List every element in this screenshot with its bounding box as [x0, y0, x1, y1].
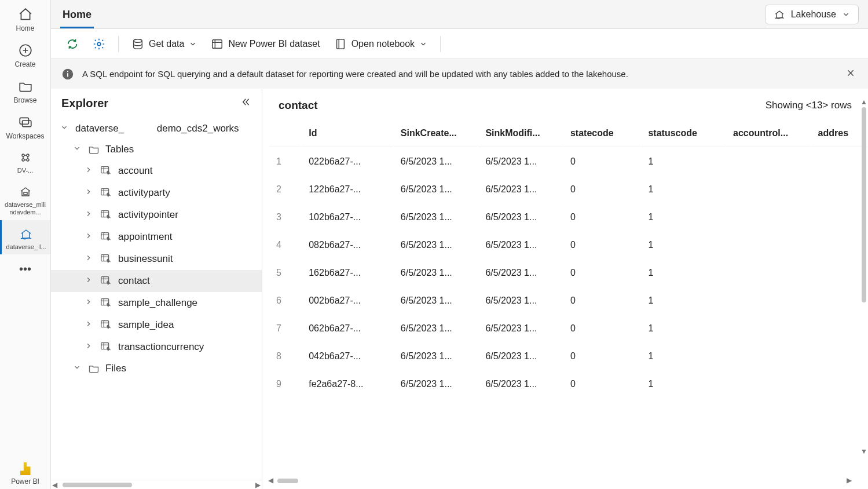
cell: 6/5/2023 1...	[478, 371, 562, 397]
tree-table-sample_challenge[interactable]: sample_challenge	[51, 292, 262, 314]
svg-rect-10	[213, 39, 222, 48]
table-row[interactable]: 2122b6a27-...6/5/2023 1...6/5/2023 1...0…	[269, 176, 867, 203]
open-notebook-button[interactable]: Open notebook	[328, 34, 433, 54]
cell	[811, 204, 867, 231]
nav-powerbi-label: Power BI	[11, 477, 39, 486]
main-area: Home Lakehouse Get data New Power BI dat…	[51, 0, 868, 489]
data-panel: contact Showing <13> rows IdSinkCreate..…	[262, 89, 868, 489]
table-icon	[100, 341, 112, 353]
refresh-button[interactable]	[60, 34, 85, 54]
table-row[interactable]: 3102b6a27-...6/5/2023 1...6/5/2023 1...0…	[269, 204, 867, 231]
tree-table-businessunit[interactable]: businessunit	[51, 248, 262, 270]
table-row[interactable]: 1022b6a27-...6/5/2023 1...6/5/2023 1...0…	[269, 148, 867, 175]
cell: 0	[563, 204, 640, 231]
nav-recent-1[interactable]: DV-...	[0, 144, 50, 178]
table-row[interactable]: 6002b6a27-...6/5/2023 1...6/5/2023 1...0…	[269, 287, 867, 314]
explorer-collapse[interactable]	[241, 97, 251, 110]
info-bar-text: A SQL endpoint for SQL querying and a de…	[82, 69, 628, 79]
database-icon	[131, 38, 144, 50]
cell: 0	[563, 148, 640, 175]
explorer-hscroll[interactable]: ◀ ▶	[51, 480, 262, 489]
table-row[interactable]: 9fe2a6a27-8...6/5/2023 1...6/5/2023 1...…	[269, 371, 867, 397]
content-row: Explorer dataverse_ demo_cds2_works	[51, 89, 868, 489]
col-header[interactable]: SinkModifi...	[478, 120, 562, 147]
folder-icon	[18, 79, 33, 94]
tree-tables[interactable]: Tables	[51, 139, 262, 160]
explorer-header: Explorer	[51, 89, 262, 118]
col-header[interactable]: Id	[302, 120, 393, 147]
grid-vscroll-thumb[interactable]	[862, 107, 866, 302]
cell: 6/5/2023 1...	[478, 287, 562, 314]
nav-recent-1-label: DV-...	[17, 167, 34, 174]
row-number: 6	[269, 287, 301, 314]
get-data-button[interactable]: Get data	[126, 34, 203, 54]
row-number: 7	[269, 315, 301, 342]
nav-more[interactable]: •••	[19, 254, 31, 284]
nav-home[interactable]: Home	[0, 0, 50, 36]
cell: 1	[641, 204, 725, 231]
lakehouse-switcher[interactable]: Lakehouse	[765, 5, 859, 24]
tree-files[interactable]: Files	[51, 358, 262, 379]
table-row[interactable]: 7062b6a27-...6/5/2023 1...6/5/2023 1...0…	[269, 315, 867, 342]
toolbar: Get data New Power BI dataset Open noteb…	[51, 29, 868, 59]
table-row[interactable]: 4082b6a27-...6/5/2023 1...6/5/2023 1...0…	[269, 232, 867, 258]
svg-point-8	[97, 42, 101, 46]
settings-button[interactable]	[87, 34, 111, 54]
grid-vscroll[interactable]: ▲ ▼	[861, 99, 867, 454]
cell	[811, 315, 867, 342]
tree-table-label: sample_idea	[118, 319, 174, 331]
tab-home[interactable]: Home	[60, 4, 94, 28]
nav-create[interactable]: Create	[0, 36, 50, 72]
tree-table-activitypointer[interactable]: activitypointer	[51, 204, 262, 226]
data-header: contact Showing <13> rows	[262, 89, 868, 119]
table-row[interactable]: 8042b6a27-...6/5/2023 1...6/5/2023 1...0…	[269, 343, 867, 370]
chevron-right-icon	[83, 165, 94, 177]
tree-table-label: businessunit	[118, 253, 173, 265]
svg-rect-14	[67, 71, 68, 72]
tree-table-activityparty[interactable]: activityparty	[51, 182, 262, 204]
tree-table-sample_idea[interactable]: sample_idea	[51, 314, 262, 336]
info-bar-close[interactable]	[844, 66, 858, 82]
cell: 6/5/2023 1...	[478, 315, 562, 342]
lakehouse-icon	[774, 9, 785, 20]
tree-root[interactable]: dataverse_ demo_cds2_works	[51, 118, 262, 139]
nav-browse[interactable]: Browse	[0, 72, 50, 108]
col-header[interactable]: SinkCreate...	[394, 120, 478, 147]
nav-recent-2[interactable]: dataverse_milindavdem...	[0, 178, 50, 220]
col-header[interactable]: addres	[811, 120, 867, 147]
scroll-left-icon: ◀	[52, 481, 57, 489]
col-header[interactable]: statecode	[563, 120, 640, 147]
tree-table-transactioncurrency[interactable]: transactioncurrency	[51, 336, 262, 358]
new-dataset-label: New Power BI dataset	[228, 39, 320, 49]
tree-table-appointment[interactable]: appointment	[51, 226, 262, 248]
svg-rect-13	[67, 73, 68, 76]
lakehouse-icon	[19, 185, 32, 199]
toolbar-divider	[440, 36, 441, 52]
explorer-hscroll-thumb[interactable]	[63, 483, 132, 487]
cell	[811, 371, 867, 397]
table-icon	[100, 319, 112, 331]
chevron-right-icon	[83, 231, 94, 243]
col-header[interactable]: accountrol...	[726, 120, 810, 147]
table-row[interactable]: 5162b6a27-...6/5/2023 1...6/5/2023 1...0…	[269, 260, 867, 286]
tree-root-label: dataverse_ demo_cds2_works	[75, 123, 239, 134]
new-dataset-button[interactable]: New Power BI dataset	[205, 34, 325, 54]
cell	[811, 176, 867, 203]
grid-hscroll-thumb[interactable]	[277, 479, 298, 483]
nav-recent-3[interactable]: dataverse_ l...	[0, 220, 50, 254]
row-count: Showing <13> rows	[766, 100, 852, 111]
col-header[interactable]: statuscode	[641, 120, 725, 147]
cell: 1	[641, 148, 725, 175]
cell: 6/5/2023 1...	[478, 232, 562, 258]
cell: 6/5/2023 1...	[394, 343, 478, 370]
chevron-right-icon	[83, 341, 94, 353]
chevron-right-icon	[83, 319, 94, 331]
chevron-down-icon	[189, 40, 197, 48]
tree-table-contact[interactable]: contact	[51, 270, 262, 292]
nav-powerbi[interactable]: Power BI	[0, 455, 50, 489]
nav-workspaces[interactable]: Workspaces	[0, 108, 50, 144]
tree-table-account[interactable]: account	[51, 160, 262, 182]
dataset-icon	[211, 38, 224, 50]
folder-icon	[88, 144, 100, 155]
grid-hscroll[interactable]: ◀ ▶	[269, 477, 851, 484]
